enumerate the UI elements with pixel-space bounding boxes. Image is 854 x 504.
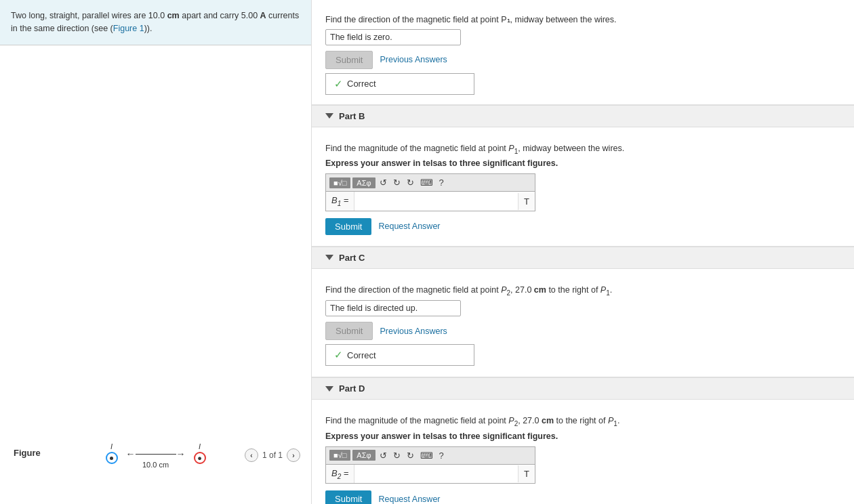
figure-nav: ‹ 1 of 1 › — [245, 448, 300, 462]
partC-collapse-icon — [325, 255, 333, 260]
figure-link[interactable]: Figure 1 — [113, 24, 144, 33]
partB-bold: Express your answer in telsas to three s… — [325, 159, 840, 168]
partD-unit: T — [518, 465, 535, 482]
figure-area: I ← → 10.0 cm — [0, 45, 311, 505]
partB-submit-btn[interactable]: Submit — [325, 218, 371, 235]
partD-undo-btn[interactable]: ↺ — [378, 449, 389, 462]
partB-section: Find the magnitude of the magnetic field… — [312, 127, 854, 246]
partB-undo-btn[interactable]: ↺ — [378, 176, 389, 189]
partB-request-answer-link[interactable]: Request Answer — [378, 222, 440, 231]
partC-section: Find the direction of the magnetic field… — [312, 269, 854, 377]
partA-submit-btn[interactable]: Submit — [325, 51, 373, 69]
partC-answer-box: The field is directed up. — [325, 300, 461, 316]
partD-submit-row: Submit Request Answer — [325, 490, 840, 504]
figure-label: Figure — [14, 448, 41, 458]
partC-correct-box: ✓ Correct — [325, 344, 474, 366]
wire-row: I ← → 10.0 cm — [106, 438, 206, 469]
partB-math-input-row: B1 = T — [325, 191, 535, 211]
partD-section: Find the magnitude of the magnetic field… — [312, 400, 854, 504]
partC-submit-row: Submit Previous Answers — [325, 322, 840, 340]
partD-redo-btn[interactable]: ↻ — [391, 449, 403, 462]
partB-math-input[interactable] — [354, 193, 518, 210]
partD-collapse-icon — [325, 386, 333, 392]
partA-question: Find the direction of the magnetic field… — [325, 14, 840, 26]
partD-math-input-row: B2 = T — [325, 464, 535, 484]
partD-question: Find the magnitude of the magnetic field… — [325, 415, 840, 429]
right-wire-dot: ● — [194, 452, 206, 464]
figure-diagram: I ← → 10.0 cm — [106, 438, 206, 470]
partD-math-label: B2 = — [326, 465, 354, 484]
partB-redo-btn[interactable]: ↻ — [391, 176, 403, 189]
prev-figure-btn[interactable]: ‹ — [245, 448, 258, 462]
partB-question: Find the magnitude of the magnetic field… — [325, 142, 840, 156]
right-wire-label: I — [199, 442, 201, 450]
partD-header[interactable]: Part D — [312, 377, 854, 400]
partD-bold: Express your answer in telsas to three s… — [325, 432, 840, 441]
partD-symbol-btn[interactable]: AΣφ — [352, 450, 375, 461]
right-panel: Find the direction of the magnetic field… — [312, 0, 854, 504]
distance-line: ← → — [126, 448, 186, 459]
partB-math-toolbar: ■√□ AΣφ ↺ ↻ ↻ ⌨ ? — [325, 173, 535, 191]
left-panel: Two long, straight, parallel wires are 1… — [0, 0, 312, 504]
partB-submit-row: Submit Request Answer — [325, 218, 840, 235]
partA-checkmark: ✓ — [334, 78, 343, 90]
distance-spacer — [155, 438, 157, 446]
left-wire-label: I — [110, 442, 113, 450]
left-wire-dot — [106, 452, 118, 464]
partA-answer-box: The field is zero. — [325, 29, 461, 45]
partD-help-btn[interactable]: ? — [437, 449, 446, 462]
partD-request-answer-link[interactable]: Request Answer — [378, 495, 440, 504]
partD-sqrt-btn[interactable]: ■√□ — [329, 450, 350, 461]
partB-math-label: B1 = — [326, 192, 354, 211]
partA-correct-label: Correct — [347, 79, 376, 89]
partC-correct-label: Correct — [347, 350, 376, 360]
part-a-section: Find the direction of the magnetic field… — [312, 0, 854, 104]
partC-prev-answers-link[interactable]: Previous Answers — [380, 327, 447, 336]
problem-statement: Two long, straight, parallel wires are 1… — [0, 0, 311, 45]
partD-submit-btn[interactable]: Submit — [325, 490, 371, 504]
partA-prev-answers-link[interactable]: Previous Answers — [380, 55, 447, 64]
partB-header[interactable]: Part B — [312, 105, 854, 127]
partB-title: Part B — [339, 111, 365, 121]
partB-sqrt-btn[interactable]: ■√□ — [329, 177, 350, 188]
partC-header[interactable]: Part C — [312, 247, 854, 269]
partC-checkmark: ✓ — [334, 349, 343, 361]
partC-submit-btn[interactable]: Submit — [325, 322, 373, 340]
partC-title: Part C — [339, 253, 365, 263]
partD-title: Part D — [339, 383, 365, 394]
partD-math-input[interactable] — [354, 465, 518, 482]
partD-refresh-btn[interactable]: ↻ — [405, 449, 416, 462]
problem-text-content: Two long, straight, parallel wires are 1… — [11, 11, 299, 33]
next-figure-btn[interactable]: › — [287, 448, 300, 462]
partD-keyboard-btn[interactable]: ⌨ — [418, 449, 435, 462]
partA-submit-row: Submit Previous Answers — [325, 51, 840, 69]
partD-math-toolbar: ■√□ AΣφ ↺ ↻ ↻ ⌨ ? — [325, 446, 535, 464]
figure-nav-text: 1 of 1 — [262, 450, 283, 460]
partB-unit: T — [518, 193, 535, 210]
partA-correct-box: ✓ Correct — [325, 73, 474, 95]
distance-label: 10.0 cm — [142, 461, 169, 469]
partB-help-btn[interactable]: ? — [437, 176, 446, 189]
partB-symbol-btn[interactable]: AΣφ — [352, 177, 375, 188]
partB-collapse-icon — [325, 113, 333, 119]
partB-refresh-btn[interactable]: ↻ — [405, 176, 416, 189]
partB-keyboard-btn[interactable]: ⌨ — [418, 176, 435, 189]
partC-question: Find the direction of the magnetic field… — [325, 284, 840, 298]
